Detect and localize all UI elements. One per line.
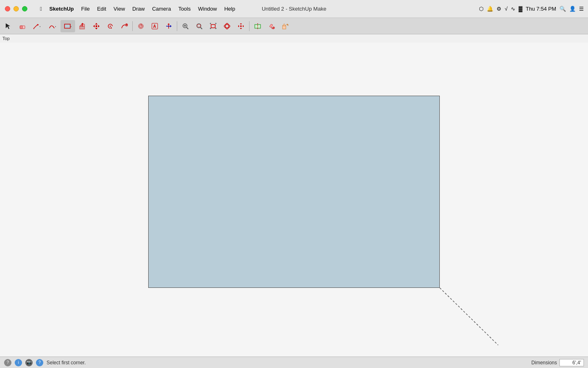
camera-status-icon[interactable]: 📷 <box>25 359 33 366</box>
minimize-button[interactable] <box>13 6 19 11</box>
status-left: ? i 📷 ? Select first corner. <box>4 359 86 366</box>
close-button[interactable] <box>5 6 10 11</box>
menu-view[interactable]: View <box>110 5 128 13</box>
bluetooth-icon[interactable]: √ <box>505 6 508 12</box>
svg-point-24 <box>140 25 142 27</box>
followme-tool[interactable] <box>118 20 131 32</box>
menu-draw[interactable]: Draw <box>129 5 148 13</box>
svg-line-48 <box>287 24 288 26</box>
svg-point-20 <box>110 25 111 27</box>
wifi-icon[interactable]: ∿ <box>511 6 515 12</box>
dimensions-value[interactable]: 6',4' <box>559 359 584 366</box>
text-tool[interactable]: A <box>148 20 161 32</box>
tape-tool[interactable] <box>134 20 147 32</box>
notification-icon[interactable]: 🔔 <box>487 6 493 12</box>
svg-point-45 <box>273 27 275 29</box>
svg-marker-31 <box>170 25 172 27</box>
info-icon[interactable]: i <box>15 359 22 366</box>
dropbox-icon[interactable]: ⬡ <box>479 6 483 12</box>
time-display: Thu 7:54 PM <box>526 6 556 12</box>
menu-tools[interactable]: Tools <box>175 5 194 13</box>
titlebar:  SketchUp File Edit View Draw Camera To… <box>0 0 588 18</box>
menu-camera[interactable]: Camera <box>149 5 174 13</box>
menu-file[interactable]: File <box>78 5 93 13</box>
section-tool[interactable] <box>251 20 264 32</box>
svg-marker-4 <box>33 28 34 29</box>
svg-rect-9 <box>80 26 85 29</box>
svg-line-37 <box>200 27 202 29</box>
svg-point-40 <box>224 25 230 28</box>
orbit-tool[interactable] <box>220 20 234 32</box>
toolbar: A <box>0 18 588 34</box>
menu-help[interactable]: Help <box>221 5 238 13</box>
svg-marker-3 <box>37 24 39 26</box>
svg-rect-1 <box>20 26 22 29</box>
maximize-button[interactable] <box>22 6 27 11</box>
question-icon[interactable]: ? <box>36 359 43 366</box>
svg-rect-26 <box>152 23 158 29</box>
svg-rect-39 <box>211 25 215 28</box>
menu-sketchup[interactable]: SketchUp <box>46 5 77 13</box>
svg-marker-14 <box>95 23 98 25</box>
svg-marker-5 <box>40 26 40 27</box>
svg-rect-7 <box>65 24 70 28</box>
rectangle-tool[interactable] <box>60 20 75 32</box>
dimensions-label: Dimensions <box>531 360 557 366</box>
pushpull-tool[interactable] <box>76 20 89 32</box>
svg-point-42 <box>240 25 242 27</box>
rotate-tool[interactable] <box>104 20 117 32</box>
svg-rect-46 <box>283 26 286 29</box>
apple-menu[interactable]:  <box>37 5 45 13</box>
svg-marker-47 <box>283 24 286 26</box>
list-icon[interactable]: ☰ <box>579 6 584 12</box>
svg-line-33 <box>187 27 188 29</box>
sketchup-face <box>148 96 440 288</box>
export-tool[interactable] <box>279 20 292 32</box>
svg-rect-0 <box>20 26 25 29</box>
zoom-window-tool[interactable] <box>193 20 206 32</box>
pan-tool[interactable] <box>234 20 247 32</box>
svg-point-36 <box>197 24 201 28</box>
search-icon[interactable]: 🔍 <box>559 6 566 12</box>
toolbar-separator-1 <box>132 21 133 31</box>
svg-point-32 <box>183 24 187 28</box>
toolbar-separator-3 <box>249 21 249 31</box>
axes-tool[interactable] <box>162 20 175 32</box>
select-tool[interactable] <box>2 20 15 32</box>
view-label-text: Top <box>2 36 10 41</box>
svg-rect-18 <box>96 25 97 27</box>
svg-marker-17 <box>98 25 100 27</box>
svg-text:A: A <box>153 24 156 29</box>
right-icons: ⬡ 🔔 ⚙ √ ∿ ▓ Thu 7:54 PM 🔍 👤 ☰ <box>479 6 584 12</box>
svg-marker-19 <box>110 27 112 29</box>
zoom-tool[interactable] <box>179 20 192 32</box>
menu-window[interactable]: Window <box>195 5 220 13</box>
paint-tool[interactable] <box>265 20 278 32</box>
canvas-area[interactable] <box>0 43 588 357</box>
svg-rect-38 <box>197 25 200 27</box>
svg-marker-11 <box>80 24 82 26</box>
arc-tool[interactable] <box>45 20 60 32</box>
user-icon[interactable]: 👤 <box>569 6 576 12</box>
svg-line-2 <box>33 24 38 29</box>
traffic-lights <box>5 6 27 11</box>
window-title: Untitled 2 - SketchUp Make <box>262 6 326 12</box>
svg-marker-22 <box>126 23 127 26</box>
svg-marker-13 <box>81 23 84 24</box>
svg-marker-8 <box>71 26 71 27</box>
help-icon[interactable]: ? <box>4 359 11 366</box>
toolbar-separator-2 <box>177 21 177 31</box>
eraser-tool[interactable] <box>16 20 29 32</box>
view-label-bar: Top <box>0 34 588 43</box>
status-instruction: Select first corner. <box>47 360 86 366</box>
battery-icon[interactable]: ▓ <box>519 6 522 12</box>
zoom-extents-tool[interactable] <box>207 20 220 32</box>
extension-icon[interactable]: ⚙ <box>497 6 501 12</box>
move-tool[interactable] <box>90 20 103 32</box>
svg-line-25 <box>141 24 142 26</box>
svg-point-41 <box>225 23 229 29</box>
svg-point-21 <box>125 24 128 26</box>
svg-marker-30 <box>167 23 170 25</box>
pencil-tool[interactable] <box>29 20 44 32</box>
menu-edit[interactable]: Edit <box>94 5 109 13</box>
